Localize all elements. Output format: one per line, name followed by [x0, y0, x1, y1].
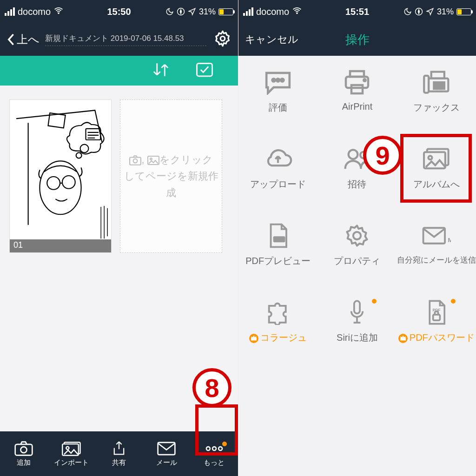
annotation-8: 8: [192, 368, 231, 407]
page-title: 操作: [345, 32, 370, 48]
select-button[interactable]: [194, 60, 215, 82]
action-siri[interactable]: Siriに追加: [317, 300, 397, 344]
svg-point-33: [364, 79, 366, 81]
tab-share[interactable]: 共有: [95, 431, 143, 476]
nav-bar: 上へ 新規ドキュメント 2019-07-06 15.48.53: [0, 23, 238, 56]
action-collage[interactable]: コラージュ: [238, 300, 317, 344]
pdf-lock-icon: PDF: [422, 300, 451, 325]
svg-rect-41: [438, 86, 441, 89]
nav-bar: キャンセル 操作: [238, 23, 476, 56]
tab-add[interactable]: 追加: [0, 431, 47, 476]
svg-rect-32: [351, 85, 363, 93]
puzzle-icon: [264, 300, 292, 325]
action-mail-self[interactable]: ME 自分宛にメールを送信: [397, 223, 476, 267]
mail-me-icon: ME: [422, 223, 451, 248]
svg-point-50: [353, 232, 361, 239]
back-label: 上へ: [17, 32, 40, 47]
svg-point-15: [150, 158, 152, 160]
battery-pct: 31%: [199, 7, 216, 17]
svg-point-28: [277, 79, 279, 81]
sort-button[interactable]: [151, 60, 171, 82]
svg-rect-38: [438, 82, 441, 85]
signal-icon: [5, 7, 15, 16]
svg-rect-36: [424, 76, 429, 93]
page-number-badge: 01: [10, 239, 111, 252]
camera-icon: [129, 155, 141, 165]
notification-dot: [372, 299, 377, 304]
clock-label: 15:50: [107, 7, 131, 17]
pdf-preview-icon: PDF: [264, 223, 292, 248]
svg-point-17: [21, 447, 27, 453]
battery-icon: [456, 8, 471, 15]
svg-rect-39: [442, 82, 444, 85]
tab-mail[interactable]: メール: [143, 431, 190, 476]
carrier-label: docomo: [256, 7, 289, 17]
highlight-box-8: [195, 404, 238, 456]
action-toolbar: [0, 56, 238, 86]
highlight-box-9: [400, 134, 472, 203]
action-pdf-password[interactable]: PDF PDFパスワード: [397, 300, 476, 344]
svg-rect-21: [158, 442, 175, 454]
annotation-9: 9: [363, 136, 402, 175]
svg-point-27: [272, 79, 275, 81]
back-button[interactable]: 上へ: [7, 32, 40, 47]
svg-rect-4: [10, 100, 111, 252]
cancel-button[interactable]: キャンセル: [245, 33, 298, 46]
svg-rect-42: [442, 86, 444, 89]
premium-badge-icon: [398, 334, 408, 343]
compass-icon: [177, 7, 185, 16]
wifi-icon: [292, 6, 302, 18]
cloud-upload-icon: [264, 146, 292, 172]
svg-rect-37: [434, 82, 436, 85]
action-property[interactable]: プロパティ: [317, 223, 397, 267]
action-upload[interactable]: アップロード: [238, 146, 317, 191]
fax-icon: [422, 70, 451, 95]
svg-rect-40: [434, 86, 436, 89]
add-page-hint: , をクリック してページを新規作成: [120, 152, 222, 201]
action-rate[interactable]: 評価: [238, 70, 317, 114]
battery-icon: [218, 8, 233, 15]
svg-rect-53: [354, 301, 360, 313]
location-icon: [188, 7, 196, 16]
dnd-icon: [403, 7, 412, 16]
share-icon: [109, 441, 129, 456]
clock-label: 15:51: [345, 7, 369, 17]
svg-point-43: [349, 150, 358, 159]
action-fax[interactable]: ファックス: [397, 70, 476, 114]
action-airprint[interactable]: AirPrint: [317, 70, 397, 114]
status-bar: docomo 15:50 31%: [0, 0, 238, 23]
svg-text:PDF: PDF: [275, 238, 284, 242]
document-title-input[interactable]: 新規ドキュメント 2019-07-06 15.48.53: [45, 33, 206, 46]
svg-point-29: [281, 79, 284, 81]
action-pdf-preview[interactable]: PDF PDFプレビュー: [238, 223, 317, 267]
screen-left: docomo 15:50 31% 上へ 新規ドキュメント 2019-07-06 …: [0, 0, 238, 476]
svg-rect-16: [15, 444, 33, 455]
svg-text:ME: ME: [448, 237, 450, 244]
svg-point-2: [220, 36, 225, 41]
notification-dot: [451, 299, 456, 304]
dnd-icon: [165, 7, 174, 16]
screen-right: docomo 15:51 31% キャンセル 操作 評価 AirPrint: [238, 0, 476, 476]
signal-icon: [243, 7, 253, 16]
printer-icon: [343, 70, 371, 95]
image-import-icon: [62, 441, 81, 456]
actions-panel: 評価 AirPrint ファックス アップロード 招待 アルバムへ: [238, 56, 476, 476]
wifi-icon: [53, 6, 64, 18]
add-page-tile[interactable]: , をクリック してページを新規作成: [120, 99, 222, 253]
tab-import[interactable]: インポート: [47, 431, 95, 476]
svg-rect-3: [197, 63, 212, 76]
settings-button[interactable]: [214, 30, 231, 49]
battery-pct: 31%: [437, 7, 454, 17]
sketch-preview: [10, 100, 111, 252]
svg-point-25: [297, 13, 298, 13]
location-icon: [426, 7, 434, 16]
page-thumbnail[interactable]: 01: [9, 99, 112, 253]
svg-point-13: [133, 159, 138, 163]
svg-point-0: [58, 13, 59, 13]
image-icon: [147, 155, 159, 165]
camera-icon: [14, 441, 33, 456]
chat-icon: [264, 70, 292, 95]
mail-icon: [157, 441, 176, 456]
gear-icon: [343, 223, 371, 248]
svg-rect-55: [433, 315, 440, 320]
